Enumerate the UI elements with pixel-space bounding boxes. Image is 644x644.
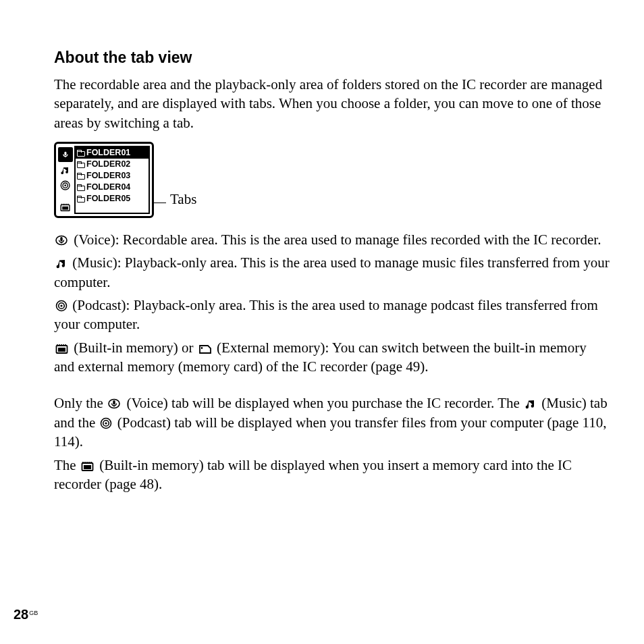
folder-row: FOLDER04 (76, 182, 149, 193)
folder-list: FOLDER01 FOLDER02 FOLDER03 FOLDER04 FOLD… (74, 146, 150, 214)
builtin-memory-icon (81, 461, 95, 472)
music-tab-icon (58, 165, 73, 177)
podcast-tab-icon (58, 180, 73, 192)
folder-row: FOLDER02 (76, 159, 149, 170)
podcast-icon (100, 417, 112, 429)
music-icon (55, 259, 68, 269)
folder-row: FOLDER03 (76, 170, 149, 182)
podcast-icon (55, 300, 68, 312)
page-number: 28GB (14, 606, 38, 624)
folder-row: FOLDER01 (76, 147, 149, 159)
voice-tab-icon (58, 147, 73, 162)
music-definition: (Music): Playback-only area. This is the… (54, 253, 610, 292)
annotation-line (154, 203, 166, 203)
folder-row: FOLDER05 (76, 193, 149, 205)
note-memory-tab: The (Built-in memory) tab will be displa… (54, 456, 610, 494)
folder-icon (77, 196, 85, 203)
memory-definition: (Built-in memory) or (External memory): … (54, 338, 610, 377)
podcast-definition: (Podcast): Playback-only area. This is t… (54, 296, 610, 334)
tab-view-figure: FOLDER01 FOLDER02 FOLDER03 FOLDER04 FOLD… (54, 142, 610, 218)
external-memory-icon (198, 344, 212, 354)
tabs-column (58, 146, 73, 214)
voice-icon (55, 235, 69, 246)
intro-paragraph: The recordable area and the playback-onl… (54, 75, 610, 132)
voice-definition: (Voice): Recordable area. This is the ar… (54, 230, 610, 249)
voice-icon (108, 398, 122, 410)
folder-icon (77, 150, 85, 157)
note-voice-tab: Only the (Voice) tab will be displayed w… (54, 394, 610, 451)
tabs-annotation: Tabs (170, 190, 196, 209)
section-heading: About the tab view (54, 47, 610, 68)
builtin-memory-icon (55, 344, 69, 354)
music-icon (525, 399, 537, 410)
folder-icon (77, 173, 85, 180)
folder-icon (77, 161, 85, 168)
device-screen: FOLDER01 FOLDER02 FOLDER03 FOLDER04 FOLD… (54, 142, 154, 218)
folder-icon (77, 184, 85, 191)
memory-tab-icon (58, 202, 73, 214)
